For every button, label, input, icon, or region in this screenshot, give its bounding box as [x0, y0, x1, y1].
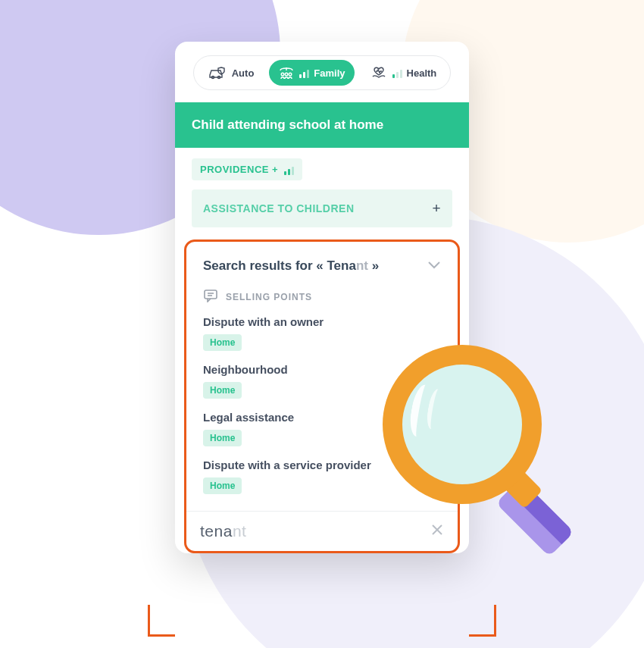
page-title: Child attending school at home — [175, 102, 469, 148]
bracket-corner-bl — [148, 634, 175, 637]
plan-badge[interactable]: PROVIDENCE + — [192, 158, 302, 180]
results-section-header: SELLING POINTS — [186, 289, 458, 315]
car-shield-icon — [208, 65, 227, 80]
speech-bubble-icon — [203, 289, 218, 305]
result-title[interactable]: Neighbourhood — [203, 363, 441, 376]
signal-bars-icon — [299, 67, 309, 78]
family-umbrella-icon — [278, 65, 295, 80]
svg-point-3 — [286, 73, 289, 76]
search-result-item: Neighbourhood Home — [186, 363, 458, 411]
assistance-label: ASSISTANCE TO CHILDREN — [203, 202, 355, 214]
search-results-title: Search results for « Tenant » — [203, 258, 379, 274]
signal-bars-icon — [392, 67, 402, 78]
heart-hands-icon — [370, 65, 388, 80]
tab-health-label: Health — [407, 67, 437, 79]
search-input[interactable]: tenant — [186, 511, 458, 551]
bracket-corner-br — [469, 634, 496, 637]
svg-rect-5 — [205, 290, 217, 299]
search-result-item: Dispute with an owner Home — [186, 315, 458, 363]
tab-auto[interactable]: Auto — [199, 60, 264, 86]
bracket-corner-bl — [148, 605, 150, 637]
result-tag[interactable]: Home — [203, 382, 242, 399]
app-card: Auto Family Health — [175, 42, 469, 553]
tab-auto-label: Auto — [232, 67, 255, 79]
result-tag[interactable]: Home — [203, 334, 242, 351]
bracket-corner-br — [494, 605, 496, 637]
results-section-label: SELLING POINTS — [226, 292, 312, 302]
search-results-header[interactable]: Search results for « Tenant » — [186, 242, 458, 289]
result-title[interactable]: Legal assistance — [203, 411, 441, 424]
assistance-row[interactable]: ASSISTANCE TO CHILDREN + — [192, 189, 452, 227]
page-title-text: Child attending school at home — [192, 117, 383, 132]
search-result-item: Dispute with a service provider Home — [186, 459, 458, 506]
plus-icon: + — [432, 200, 441, 217]
search-results-panel: Search results for « Tenant » SELLING PO… — [184, 239, 460, 553]
plan-name: PROVIDENCE + — [200, 164, 278, 175]
result-tag[interactable]: Home — [203, 430, 242, 446]
tab-health[interactable]: Health — [361, 60, 446, 86]
signal-bars-icon — [284, 164, 294, 175]
svg-point-2 — [282, 73, 285, 76]
result-title[interactable]: Dispute with an owner — [203, 315, 441, 328]
search-input-typed: tena — [200, 522, 233, 540]
close-icon[interactable] — [430, 523, 444, 540]
svg-point-4 — [289, 73, 292, 76]
chevron-down-icon — [427, 258, 441, 274]
result-tag[interactable]: Home — [203, 477, 242, 494]
search-result-item: Legal assistance Home — [186, 411, 458, 459]
result-title[interactable]: Dispute with a service provider — [203, 459, 441, 471]
category-tabs: Auto Family Health — [193, 55, 451, 90]
tab-family[interactable]: Family — [269, 60, 354, 86]
search-input-suggestion: nt — [233, 522, 247, 540]
tab-family-label: Family — [314, 67, 345, 79]
